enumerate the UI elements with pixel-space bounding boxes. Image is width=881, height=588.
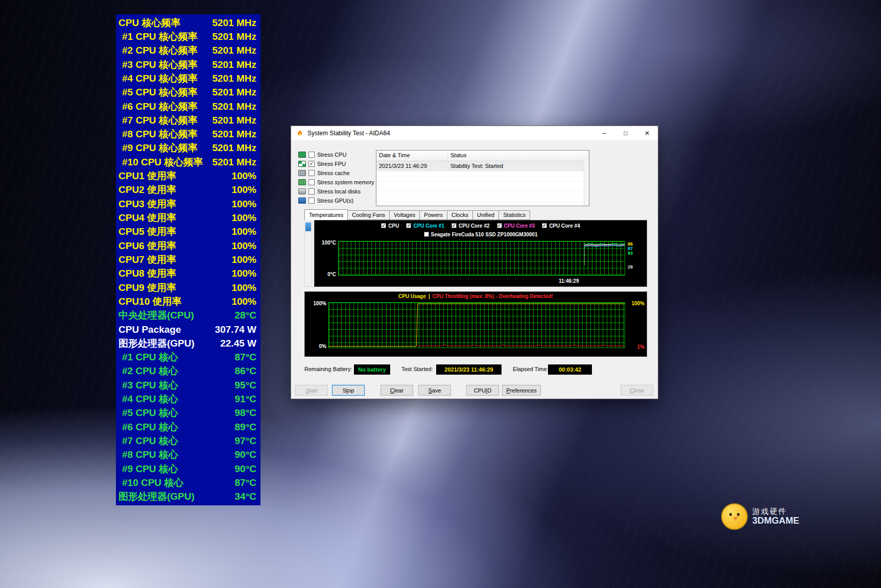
sensor-value: 5201 MHz bbox=[212, 87, 256, 98]
minimize-button[interactable]: – bbox=[593, 126, 615, 140]
table-row-empty bbox=[376, 192, 589, 202]
osd-row: CPU9 使用率100% bbox=[116, 281, 260, 295]
sensor-value: 5201 MHz bbox=[212, 31, 256, 42]
log-datetime-cell: 2021/3/23 11:46:29 bbox=[376, 161, 448, 171]
sensor-value: 91°C bbox=[235, 394, 256, 405]
legend-label: CPU Core #4 bbox=[549, 223, 580, 229]
osd-row: #9 CPU 核心频率5201 MHz bbox=[116, 141, 260, 155]
sensor-value: 100% bbox=[231, 254, 256, 265]
osd-row: 图形处理器(GPU)34°C bbox=[116, 490, 260, 504]
fpu-icon bbox=[298, 161, 306, 167]
legend-item: Seagate FireCuda 510 SSD ZP1000GM30001 bbox=[424, 232, 538, 237]
temperature-legend-row2: Seagate FireCuda 510 SSD ZP1000GM30001 bbox=[315, 231, 647, 238]
sensor-label: #6 CPU 核心频率 bbox=[122, 100, 198, 113]
checkbox-checked[interactable]: ✓ bbox=[308, 161, 315, 167]
osd-row: 中央处理器(CPU)28°C bbox=[116, 309, 260, 323]
osd-row: CPU6 使用率100% bbox=[116, 239, 260, 253]
tab-unified[interactable]: Unified bbox=[472, 210, 499, 220]
sensor-label: CPU10 使用率 bbox=[118, 295, 182, 308]
temperature-graph-panel: ✓CPU✓CPU Core #1✓CPU Core #2✓CPU Core #3… bbox=[314, 220, 647, 287]
cpu-usage-line bbox=[329, 304, 625, 346]
test-started-label: Test Started: bbox=[401, 366, 433, 372]
sensor-label: CPU9 使用率 bbox=[118, 281, 176, 295]
legend-item: ✓CPU bbox=[381, 223, 399, 229]
sensor-value: 100% bbox=[231, 199, 256, 210]
elapsed-time-label: Elapsed Time: bbox=[513, 366, 549, 372]
maximize-button[interactable]: □ bbox=[615, 126, 636, 140]
checkbox-checked[interactable]: ✓ bbox=[381, 223, 386, 228]
column-header[interactable]: Status bbox=[448, 151, 589, 161]
tab-statistics[interactable]: Statistics bbox=[498, 210, 530, 220]
scrollbar-thumb[interactable] bbox=[305, 223, 311, 231]
table-row[interactable]: 2021/3/23 11:46:29Stability Test: Starte… bbox=[376, 161, 589, 172]
sensor-value: 100% bbox=[231, 282, 256, 293]
disk-icon bbox=[298, 188, 306, 194]
tab-cooling-fans[interactable]: Cooling Fans bbox=[347, 210, 390, 220]
checkbox-unchecked[interactable] bbox=[308, 188, 315, 194]
sensor-label: CPU6 使用率 bbox=[118, 239, 176, 253]
osd-row: #5 CPU 核心频率5201 MHz bbox=[116, 86, 260, 100]
3dmgame-chick-logo-icon bbox=[721, 503, 748, 530]
usage-y-max-label: 100% bbox=[306, 301, 326, 306]
checkbox-unchecked[interactable] bbox=[308, 170, 315, 176]
watermark-line1: 游戏硬件 bbox=[752, 507, 799, 516]
sensor-value: 100% bbox=[231, 184, 256, 195]
graph-vertical-scrollbar[interactable] bbox=[304, 221, 312, 287]
sensor-value: 87°C bbox=[235, 477, 256, 488]
watermark-line2: 3DMGAME bbox=[752, 516, 799, 526]
osd-row: CPU1 使用率100% bbox=[116, 169, 260, 183]
stress-option: Stress local disks bbox=[298, 187, 375, 196]
tab-voltages[interactable]: Voltages bbox=[389, 210, 420, 220]
sensor-value: 100% bbox=[231, 212, 256, 224]
sensor-value: 5201 MHz bbox=[212, 101, 256, 112]
checkbox-checked[interactable]: ✓ bbox=[542, 223, 547, 228]
table-scrollbar[interactable] bbox=[584, 161, 589, 206]
window-titlebar[interactable]: System Stability Test - AIDA64 – □ ✕ bbox=[291, 126, 658, 140]
osd-row: #2 CPU 核心频率5201 MHz bbox=[116, 44, 260, 58]
osd-row: #1 CPU 核心87°C bbox=[116, 351, 260, 364]
log-table-header: Date & TimeStatus bbox=[376, 151, 589, 161]
column-header[interactable]: Date & Time bbox=[376, 151, 448, 161]
sensor-label: #7 CPU 核心频率 bbox=[122, 114, 198, 127]
cpuid-button[interactable]: CPUID bbox=[466, 385, 499, 396]
window-title: System Stability Test - AIDA64 bbox=[307, 130, 390, 137]
sensor-value: 34°C bbox=[235, 491, 256, 502]
usage-separator: | bbox=[428, 293, 430, 299]
checkbox-unchecked[interactable] bbox=[308, 198, 315, 204]
remaining-battery-label: Remaining Battery: bbox=[304, 366, 352, 372]
sensor-label: #1 CPU 核心 bbox=[122, 351, 178, 364]
osd-row: #3 CPU 核心95°C bbox=[116, 378, 260, 392]
stress-option: Stress CPU bbox=[298, 150, 375, 159]
save-button[interactable]: Save bbox=[418, 385, 451, 396]
sensor-label: CPU Package bbox=[118, 324, 181, 335]
stress-options-list: Stress CPU✓Stress FPUStress cacheStress … bbox=[298, 150, 375, 205]
sensor-value: 90°C bbox=[235, 463, 256, 475]
sensor-label: #8 CPU 核心 bbox=[122, 448, 178, 461]
checkbox-unchecked[interactable] bbox=[308, 179, 315, 185]
checkbox-checked[interactable]: ✓ bbox=[406, 223, 411, 228]
sensor-label: #3 CPU 核心频率 bbox=[122, 58, 198, 71]
checkbox-checked[interactable]: ✓ bbox=[497, 223, 502, 228]
sensor-label: CPU7 使用率 bbox=[118, 253, 176, 266]
osd-row: CPU3 使用率100% bbox=[116, 197, 260, 211]
sensor-label: #1 CPU 核心频率 bbox=[122, 30, 198, 43]
sensor-label: #6 CPU 核心 bbox=[122, 421, 178, 434]
sensor-label: CPU1 使用率 bbox=[118, 169, 176, 183]
sensor-value: 5201 MHz bbox=[212, 157, 256, 168]
osd-row: 图形处理器(GPU)22.45 W bbox=[116, 336, 260, 350]
osd-row: #10 CPU 核心频率5201 MHz bbox=[116, 155, 260, 169]
checkbox-checked[interactable]: ✓ bbox=[451, 223, 457, 228]
close-icon[interactable]: ✕ bbox=[636, 126, 658, 140]
sensor-value: 100% bbox=[231, 226, 256, 237]
tab-clocks[interactable]: Clocks bbox=[447, 210, 473, 220]
tab-powers[interactable]: Powers bbox=[419, 210, 447, 220]
legend-label: CPU Core #2 bbox=[459, 223, 490, 229]
preferences-button[interactable]: Preferences bbox=[502, 385, 541, 396]
checkbox-unchecked[interactable] bbox=[424, 232, 429, 237]
stop-button[interactable]: Stop bbox=[332, 385, 365, 396]
sensor-value: 5201 MHz bbox=[212, 115, 256, 126]
clear-button[interactable]: Clear bbox=[380, 385, 413, 396]
tab-temperatures[interactable]: Temperatures bbox=[304, 209, 348, 220]
cpu-icon bbox=[298, 152, 306, 158]
checkbox-unchecked[interactable] bbox=[308, 152, 315, 158]
